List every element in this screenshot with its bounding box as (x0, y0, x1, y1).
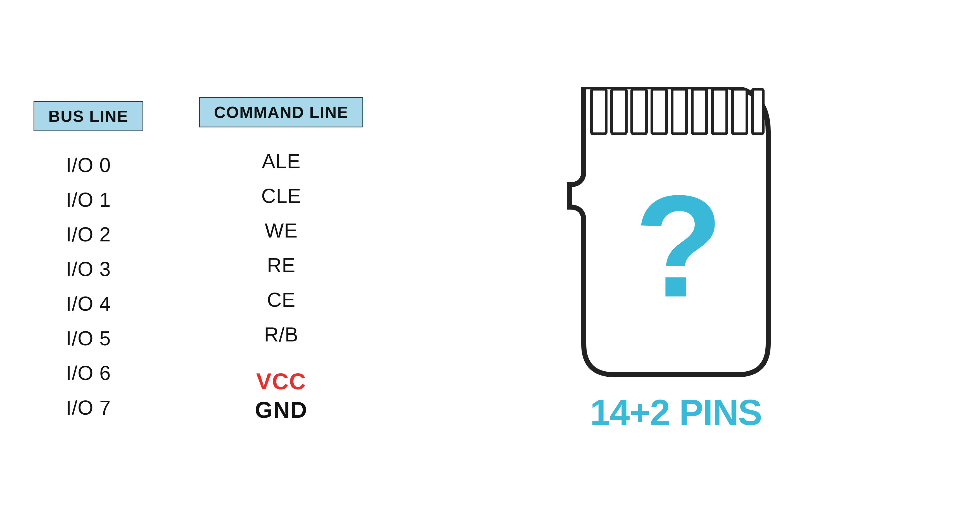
pins-label: 14+2 PINS (590, 391, 762, 433)
svg-rect-4 (672, 89, 687, 134)
command-line-label: COMMAND LINE (199, 97, 364, 127)
sd-card-illustration: VCC GND ? (562, 87, 791, 380)
list-item: I/O 1 (66, 188, 111, 211)
vcc-label: VCC (256, 368, 306, 394)
list-item: I/O 7 (66, 396, 111, 419)
list-item: I/O 5 (66, 327, 111, 350)
page-container: BUS LINE I/O 0 I/O 1 I/O 2 I/O 3 I/O 4 I… (0, 0, 980, 520)
list-item: I/O 6 (66, 362, 111, 385)
svg-rect-2 (632, 89, 646, 134)
command-line-section: COMMAND LINE ALE CLE WE RE CE R/B VCC GN… (199, 97, 364, 423)
svg-rect-6 (712, 89, 727, 134)
list-item: I/O 0 (66, 154, 111, 177)
svg-rect-7 (732, 89, 747, 134)
question-mark-text: ? (634, 165, 723, 327)
list-item: CLE (261, 184, 301, 207)
gnd-label: GND (255, 397, 307, 423)
list-item: RE (267, 254, 295, 277)
svg-rect-0 (592, 89, 606, 134)
sd-card-svg: VCC GND ? (562, 87, 791, 380)
bus-line-section: BUS LINE I/O 0 I/O 1 I/O 2 I/O 3 I/O 4 I… (33, 101, 143, 419)
bus-line-items: I/O 0 I/O 1 I/O 2 I/O 3 I/O 4 I/O 5 I/O … (66, 154, 111, 419)
command-line-items: ALE CLE WE RE CE R/B (261, 150, 301, 346)
bus-line-label: BUS LINE (33, 101, 143, 131)
svg-rect-3 (652, 89, 667, 134)
svg-rect-8 (752, 89, 763, 134)
list-item: R/B (264, 323, 298, 346)
list-item: ALE (262, 150, 301, 173)
card-section: VCC GND ? 14+2 PINS (405, 87, 947, 433)
list-item: I/O 3 (66, 258, 111, 280)
list-item: CE (267, 288, 295, 311)
svg-rect-1 (612, 89, 626, 134)
power-items: VCC GND (255, 368, 307, 423)
list-item: I/O 2 (66, 223, 111, 246)
list-item: WE (265, 219, 298, 242)
list-item: I/O 4 (66, 292, 111, 315)
svg-rect-5 (692, 89, 707, 134)
